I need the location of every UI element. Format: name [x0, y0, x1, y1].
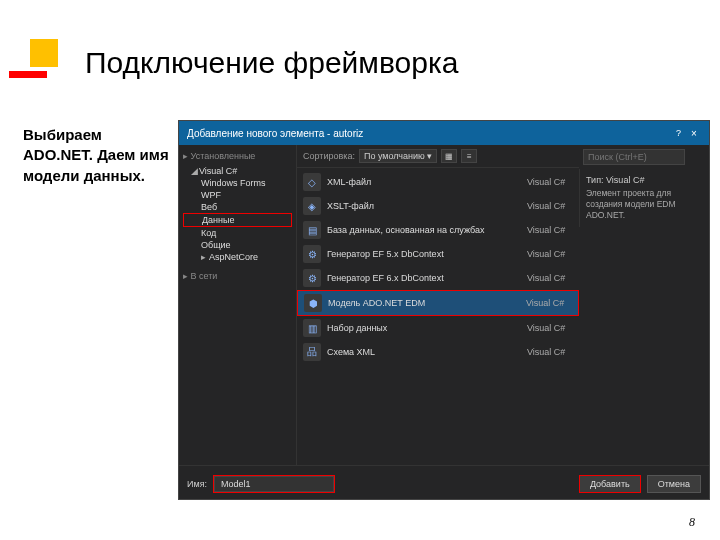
slide-title: Подключение фреймворка [85, 46, 458, 80]
category-tree: ▸ Установленные ◢Visual C# Windows Forms… [179, 145, 297, 465]
tree-item-general[interactable]: Общие [183, 239, 292, 251]
template-adonet-edm[interactable]: ⬢ Модель ADO.NET EDM Visual C# [297, 290, 579, 316]
template-service-db[interactable]: ▤ База данных, основанная на службах Vis… [297, 218, 579, 242]
tree-item-code[interactable]: Код [183, 227, 292, 239]
tree-item-wpf[interactable]: WPF [183, 189, 292, 201]
desc-type-value: Visual C# [606, 175, 644, 185]
template-ef6-dbcontext[interactable]: ⚙ Генератор EF 6.x DbContext Visual C# [297, 266, 579, 290]
view-list-button[interactable]: ≡ [461, 149, 477, 163]
view-icons-button[interactable]: ▦ [441, 149, 457, 163]
tree-item-web[interactable]: Веб [183, 201, 292, 213]
template-list: ◇ XML-файл Visual C# ◈ XSLT-файл Visual … [297, 168, 579, 465]
tree-item-data[interactable]: Данные [183, 213, 292, 227]
dataset-icon: ▥ [303, 319, 321, 337]
xsd-schema-icon: 品 [303, 343, 321, 361]
dialog-titlebar[interactable]: Добавление нового элемента - autoriz ? × [179, 121, 709, 145]
slide-caption: Выбираем ADO.NET. Даем имя модели данных… [23, 125, 173, 186]
page-number: 8 [689, 515, 695, 530]
ef-generator-icon: ⚙ [303, 245, 321, 263]
xml-file-icon: ◇ [303, 173, 321, 191]
ef-generator-icon: ⚙ [303, 269, 321, 287]
sort-combo[interactable]: По умолчанию ▾ [359, 149, 437, 163]
help-icon[interactable]: ? [676, 128, 681, 138]
template-xslt-file[interactable]: ◈ XSLT-файл Visual C# [297, 194, 579, 218]
database-icon: ▤ [303, 221, 321, 239]
tree-item-visual-csharp[interactable]: ◢Visual C# [183, 165, 292, 177]
cancel-button[interactable]: Отмена [647, 475, 701, 493]
name-input[interactable] [214, 476, 334, 492]
tree-header-installed[interactable]: ▸ Установленные [183, 151, 292, 161]
add-button[interactable]: Добавить [579, 475, 641, 493]
name-label: Имя: [187, 479, 207, 489]
template-xml-file[interactable]: ◇ XML-файл Visual C# [297, 170, 579, 194]
tree-header-online[interactable]: ▸ В сети [183, 271, 292, 281]
xslt-file-icon: ◈ [303, 197, 321, 215]
template-dataset[interactable]: ▥ Набор данных Visual C# [297, 316, 579, 340]
search-input[interactable] [583, 149, 685, 165]
desc-text: Элемент проекта для создания модели EDM … [586, 188, 703, 221]
tree-item-aspnetcore[interactable]: ▸AspNetCore [183, 251, 292, 263]
desc-type-label: Тип: [586, 175, 604, 185]
edm-model-icon: ⬢ [304, 294, 322, 312]
sort-label: Сортировка: [303, 151, 355, 161]
template-ef5-dbcontext[interactable]: ⚙ Генератор EF 5.x DbContext Visual C# [297, 242, 579, 266]
slide-logo [20, 35, 75, 90]
close-icon[interactable]: × [687, 128, 701, 139]
description-panel: Тип: Visual C# Элемент проекта для созда… [579, 169, 709, 227]
template-xml-schema[interactable]: 品 Схема XML Visual C# [297, 340, 579, 364]
dialog-title-text: Добавление нового элемента - autoriz [187, 128, 676, 139]
tree-item-windows-forms[interactable]: Windows Forms [183, 177, 292, 189]
add-item-dialog: Добавление нового элемента - autoriz ? ×… [178, 120, 710, 500]
